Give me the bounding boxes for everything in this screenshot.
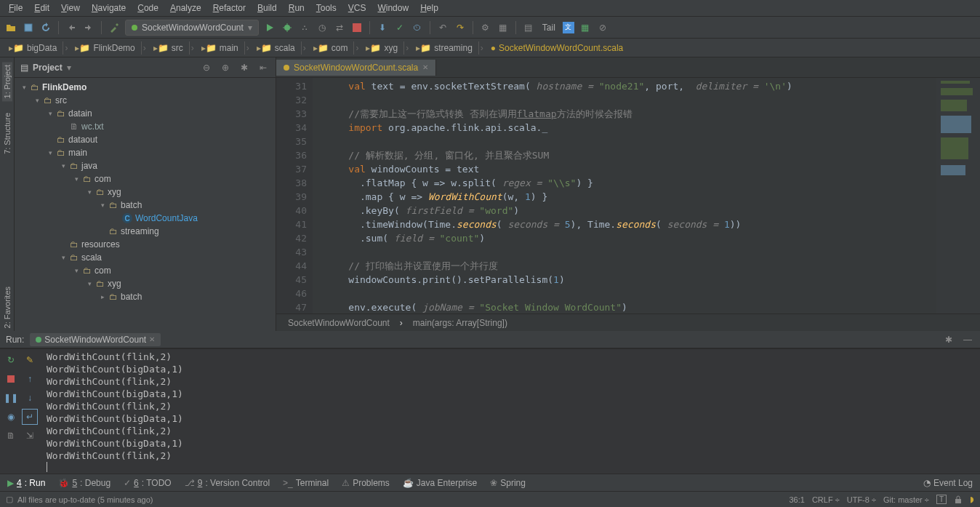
rail-structure[interactable]: 7: Structure [2, 110, 12, 157]
coverage-icon[interactable]: ⛬ [298, 21, 311, 34]
git-branch[interactable]: Git: master ÷ [883, 495, 929, 504]
editor-tab[interactable]: SocketWindowWordCount.scala ✕ [276, 60, 436, 76]
tree-resources[interactable]: 🗀 resources [15, 238, 276, 251]
tree-flinkdemo[interactable]: ▾🗀 FlinkDemo [15, 81, 276, 94]
menu-tools[interactable]: Tools [312, 1, 341, 15]
tree-xyg[interactable]: ▾🗀 xyg [15, 185, 276, 199]
code-content[interactable]: val text = env.socketTextStream( hostnam… [313, 78, 936, 314]
up-icon[interactable]: ↑ [22, 371, 38, 387]
crumb-com[interactable]: ▸📁 com [308, 41, 355, 55]
menu-edit[interactable]: Edit [30, 1, 54, 15]
locate-icon[interactable]: ⊕ [219, 61, 232, 74]
forward-icon[interactable]: ↷ [454, 21, 467, 34]
rail-project[interactable]: 1: Project [2, 62, 12, 101]
menu-build[interactable]: Build [253, 1, 281, 15]
lock-icon[interactable] [954, 495, 963, 504]
run-tab[interactable]: SocketWindowWordCount ✕ [30, 333, 161, 346]
bottom-5-debug[interactable]: 🐞 5: Debug [58, 478, 111, 488]
tool-icon-2[interactable]: ▦ [497, 21, 510, 34]
bottom-6-todo[interactable]: ✓ 6: TODO [124, 478, 172, 488]
menu-help[interactable]: Help [416, 1, 443, 15]
gear-icon[interactable]: ✱ [942, 333, 955, 346]
menu-view[interactable]: View [57, 1, 84, 15]
stop-run-icon[interactable] [3, 371, 19, 387]
bottom-problems[interactable]: ⚠ Problems [342, 478, 390, 488]
tree-wc-txt[interactable]: 🗎 wc.txt [15, 120, 276, 133]
tool-icon-6[interactable]: ⊘ [596, 21, 609, 34]
tree-streaming[interactable]: 🗀 streaming [15, 225, 276, 238]
menu-navigate[interactable]: Navigate [87, 1, 130, 15]
project-tree[interactable]: ▾🗀 FlinkDemo▾🗀 src▾🗀 datain🗎 wc.txt🗀 dat… [15, 78, 276, 331]
pause-icon[interactable]: ❚❚ [3, 390, 19, 406]
indent-indicator[interactable]: T [936, 495, 947, 504]
refresh-icon[interactable] [39, 21, 52, 34]
editor-footer-method[interactable]: main(args: Array[String]) [413, 318, 507, 328]
rerun-icon[interactable]: ↻ [3, 352, 19, 368]
bottom-java-enterprise[interactable]: ☕ Java Enterprise [403, 478, 477, 488]
export-icon[interactable]: ⇲ [22, 428, 38, 444]
tool-icon-4[interactable]: 文 [563, 22, 574, 33]
attach-icon[interactable]: ⇄ [333, 21, 346, 34]
vcs-commit-icon[interactable]: ✓ [393, 21, 406, 34]
tree-batch[interactable]: ▸🗀 batch [15, 290, 276, 303]
tree-main[interactable]: ▾🗀 main [15, 146, 276, 159]
crumb-bigdata[interactable]: ▸📁 bigData [3, 41, 63, 55]
crumb-socketwindowwordcount-scala[interactable]: ● SocketWindowWordCount.scala [485, 41, 629, 55]
crumb-src[interactable]: ▸📁 src [148, 41, 190, 55]
code-editor[interactable]: 313233343536373839404142434445464748 val… [276, 78, 980, 314]
menu-refactor[interactable]: Refactor [209, 1, 250, 15]
undo-icon[interactable] [65, 21, 78, 34]
vcs-history-icon[interactable]: ⏲ [411, 21, 424, 34]
print-icon[interactable]: 🗎 [3, 428, 19, 444]
inspector-icon[interactable]: ◗ [970, 495, 974, 504]
vcs-update-icon[interactable]: ⬇ [376, 21, 389, 34]
bottom-9-version-control[interactable]: ⎇ 9: Version Control [185, 478, 270, 488]
hammer-icon[interactable] [108, 21, 121, 34]
event-log[interactable]: ◔ Event Log [923, 478, 973, 488]
tree-scala[interactable]: ▾🗀 scala [15, 251, 276, 264]
profile-icon[interactable]: ◷ [316, 21, 329, 34]
encoding[interactable]: UTF-8 ÷ [847, 495, 876, 504]
save-icon[interactable] [22, 21, 35, 34]
menu-vcs[interactable]: VCS [344, 1, 371, 15]
crumb-scala[interactable]: ▸📁 scala [251, 41, 302, 55]
crumb-flinkdemo[interactable]: ▸📁 FlinkDemo [69, 41, 141, 55]
back-icon[interactable]: ↶ [436, 21, 449, 34]
run-icon[interactable] [263, 21, 276, 34]
redo-icon[interactable] [82, 21, 95, 34]
edit-icon[interactable]: ✎ [22, 352, 38, 368]
run-output[interactable]: WordWithCount(flink,2)WordWithCount(bigD… [41, 349, 980, 474]
minimap[interactable] [936, 78, 980, 314]
caret-position[interactable]: 36:1 [789, 495, 804, 504]
tree-datain[interactable]: ▾🗀 datain [15, 107, 276, 120]
collapse-icon[interactable]: ⊖ [200, 61, 213, 74]
run-config-selector[interactable]: SocketWindowWordCount ▾ [125, 20, 259, 36]
tail-label[interactable]: Tail [539, 23, 558, 33]
crumb-main[interactable]: ▸📁 main [196, 41, 245, 55]
tool-icon-3[interactable]: ▤ [522, 21, 535, 34]
settings-icon[interactable]: ✱ [238, 61, 251, 74]
debug-icon[interactable] [281, 21, 294, 34]
down-icon[interactable]: ↓ [22, 390, 38, 406]
menu-run[interactable]: Run [284, 1, 309, 15]
camera-icon[interactable]: ◉ [3, 409, 19, 425]
menu-analyze[interactable]: Analyze [166, 1, 206, 15]
hide-icon[interactable]: ⇤ [257, 61, 270, 74]
tree-src[interactable]: ▾🗀 src [15, 94, 276, 107]
rail-favorites[interactable]: 2: Favorites [2, 284, 12, 331]
minimize-icon[interactable]: — [961, 333, 974, 346]
line-separator[interactable]: CRLF ÷ [812, 495, 840, 504]
bottom-spring[interactable]: ❀ Spring [490, 478, 526, 488]
close-icon[interactable]: ✕ [422, 63, 428, 71]
stop-icon[interactable] [350, 21, 364, 34]
wrap-icon[interactable]: ↵ [22, 409, 38, 425]
bottom-4-run[interactable]: ▶ 4: Run [7, 478, 45, 488]
tree-com[interactable]: ▾🗀 com [15, 172, 276, 185]
crumb-xyg[interactable]: ▸📁 xyg [360, 41, 404, 55]
open-icon[interactable] [4, 21, 17, 34]
editor-footer-class[interactable]: SocketWindowWordCount [288, 318, 390, 328]
crumb-streaming[interactable]: ▸📁 streaming [410, 41, 479, 55]
tree-batch[interactable]: ▾🗀 batch [15, 199, 276, 212]
tree-xyg[interactable]: ▾🗀 xyg [15, 277, 276, 290]
tree-dataout[interactable]: 🗀 dataout [15, 133, 276, 146]
